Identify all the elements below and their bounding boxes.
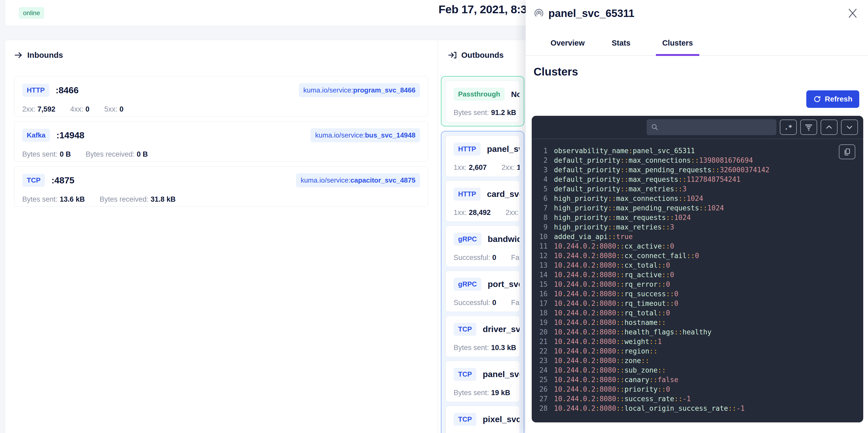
stat: 2xx:1,60: [501, 164, 520, 172]
dataplane-icon: [533, 8, 544, 19]
inbound-card: TCP:4875kuma.io/service:capacitor_svc_48…: [14, 166, 428, 207]
inbound-card: HTTP:8466kuma.io/service:program_svc_846…: [14, 76, 428, 117]
card-stats: Bytes sent:0 BBytes received:0 B: [22, 150, 420, 158]
protocol-badge: gRPC: [454, 233, 482, 246]
refresh-icon: [813, 95, 821, 103]
stat: Successful:0: [454, 299, 496, 307]
service-name: Non: [511, 90, 520, 99]
service-tag[interactable]: kuma.io/service:capacitor_svc_4875: [296, 173, 420, 187]
code-line: 1910.244.0.2:8080::hostname::: [537, 318, 863, 327]
find-previous-button[interactable]: [820, 119, 838, 135]
code-line: 1410.244.0.2:8080::rq_active::0: [537, 270, 863, 280]
chevron-down-icon: [845, 123, 854, 131]
filter-button[interactable]: [800, 119, 817, 135]
code-line: 2110.244.0.2:8080::weight::1: [537, 337, 863, 346]
inbounds-section: Inbounds HTTP:8466kuma.io/service:progra…: [5, 40, 438, 433]
card-stats: Bytes sent:91.2 kB: [454, 109, 512, 117]
service-name: port_svc_: [488, 279, 520, 289]
copy-button[interactable]: [839, 144, 855, 159]
code-line: 3default_priority::max_pending_requests:…: [537, 165, 863, 175]
card-stats: Successful:0Faile: [454, 299, 512, 307]
stat: Faile: [511, 299, 520, 307]
protocol-badge: TCP: [454, 323, 476, 336]
protocol-badge: Passthrough: [454, 88, 505, 101]
search-box[interactable]: [647, 119, 776, 135]
card-stats: Successful:0Faile: [454, 254, 512, 262]
card-stats: 1xx:28,4922xx:57: [454, 208, 512, 217]
outbound-card: TCPpixel_svc_9: [445, 406, 520, 433]
arrow-right-icon: [14, 51, 23, 60]
outbounds-header: Outbounds: [448, 51, 527, 60]
code-line: 2810.244.0.2:8080::local_origin_success_…: [537, 404, 863, 413]
drawer-tabs: Overview Stats Clusters: [526, 30, 868, 56]
tab-stats[interactable]: Stats: [610, 39, 632, 55]
tab-clusters[interactable]: Clusters: [656, 39, 699, 56]
outbound-card: TCPpanel_svc_Bytes sent:19 kBB: [445, 360, 520, 402]
outbound-list: HTTPpanel_svc1xx:2,6072xx:1,60HTTPcard_s…: [441, 131, 524, 433]
code-line: 9high_priority::max_retries::3: [537, 222, 863, 232]
code-line: 2410.244.0.2:8080::sub_zone::: [537, 366, 863, 375]
protocol-badge: gRPC: [454, 278, 482, 291]
code-line: 1110.244.0.2:8080::cx_active::0: [537, 241, 863, 251]
code-line: 1510.244.0.2:8080::rq_error::0: [537, 280, 863, 289]
outbound-card: gRPCbandwidtSuccessful:0Faile: [445, 226, 520, 267]
search-input[interactable]: [659, 119, 776, 136]
close-button[interactable]: [845, 6, 860, 21]
protocol-badge: HTTP: [454, 143, 480, 155]
code-line: 1observability_name:panel_svc_65311: [537, 146, 863, 155]
chevron-up-icon: [825, 123, 833, 131]
inbounds-header: Inbounds: [14, 51, 428, 60]
code-line: 4default_priority::max_requests::1127848…: [537, 175, 863, 184]
code-line: 2210.244.0.2:8080::region::: [537, 346, 863, 356]
refresh-label: Refresh: [825, 95, 852, 103]
drawer-title-text: panel_svc_65311: [548, 7, 634, 19]
clusters-code-panel: .* 1observability_name:panel_svc_653112d…: [532, 116, 863, 423]
code-line: 2510.244.0.2:8080::canary::false: [537, 375, 863, 384]
code-line: 1210.244.0.2:8080::cx_connect_fail::0: [537, 251, 863, 260]
inbound-list: HTTP:8466kuma.io/service:program_svc_846…: [14, 76, 428, 207]
stat: Bytes sent:19 kB: [454, 389, 510, 397]
code-line: 5default_priority::max_retries::3: [537, 184, 863, 194]
card-stats: Bytes sent:19 kBB: [454, 389, 512, 397]
stat: Bytes sent:13.6 kB: [22, 195, 85, 203]
service-tag[interactable]: kuma.io/service:program_svc_8466: [299, 83, 420, 97]
stat: 2xx:7,592: [22, 105, 55, 113]
stat: Bytes received:31.8 kB: [99, 195, 176, 203]
outbound-card: gRPCport_svc_Successful:0Faile: [445, 270, 520, 312]
protocol-badge: TCP: [454, 368, 476, 381]
code-line: 2310.244.0.2:8080::zone::: [537, 356, 863, 366]
code-line: 2610.244.0.2:8080::priority::0: [537, 384, 863, 394]
tab-overview[interactable]: Overview: [549, 39, 586, 55]
service-name: driver_svc: [483, 324, 520, 334]
code-line: 1710.244.0.2:8080::rq_timeout::0: [537, 299, 863, 308]
code-line: 1810.244.0.2:8080::rq_total::0: [537, 308, 863, 318]
card-stats: 1xx:2,6072xx:1,60: [454, 164, 512, 172]
stat: Bytes sent:91.2 kB: [454, 109, 516, 117]
online-status-badge: online: [19, 7, 44, 19]
protocol-badge: HTTP: [22, 84, 49, 97]
passthrough-group: Passthrough Non Bytes sent:91.2 kB: [441, 76, 524, 126]
code-line: 7high_priority::max_pending_requests::10…: [537, 203, 863, 213]
regex-toggle-button[interactable]: .*: [780, 119, 797, 135]
protocol-badge: Kafka: [22, 129, 50, 142]
stat: 1xx:2,607: [454, 164, 487, 172]
refresh-button[interactable]: Refresh: [806, 90, 859, 108]
stat: 2xx:57: [505, 208, 520, 217]
code-line: 1610.244.0.2:8080::rq_success::0: [537, 289, 863, 299]
stat: Successful:0: [454, 254, 496, 262]
stat: 1xx:28,492: [454, 208, 491, 217]
protocol-badge: HTTP: [454, 187, 480, 201]
code-line: 1310.244.0.2:8080::cx_total::0: [537, 260, 863, 270]
service-name: card_svc_: [487, 189, 520, 199]
card-stats: Bytes sent:13.6 kBBytes received:31.8 kB: [22, 195, 420, 203]
port-label: :14948: [56, 130, 85, 140]
card-stats: Bytes sent:10.3 kB: [454, 344, 512, 352]
code-line: 2default_priority::max_connections::1398…: [537, 155, 863, 165]
find-next-button[interactable]: [841, 119, 858, 135]
outbound-card: HTTPcard_svc_1xx:28,4922xx:57: [445, 180, 520, 222]
outbounds-title: Outbounds: [461, 51, 504, 60]
service-tag[interactable]: kuma.io/service:bus_svc_14948: [311, 128, 420, 142]
drawer-title: panel_svc_65311: [533, 7, 868, 19]
card-stats: 2xx:7,5924xx:05xx:0: [22, 105, 420, 113]
stat: 4xx:0: [70, 105, 90, 113]
